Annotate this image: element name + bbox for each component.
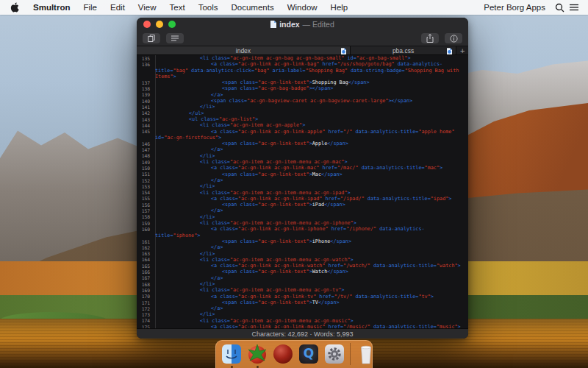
line-number[interactable]: 139 xyxy=(137,92,153,97)
code-line: </li> xyxy=(155,311,468,317)
apple-menu-icon[interactable] xyxy=(10,2,19,13)
code-line: </li> xyxy=(155,104,468,110)
line-number[interactable]: 140 xyxy=(137,99,153,104)
line-list-button[interactable] xyxy=(166,33,184,43)
system-preferences-icon[interactable] xyxy=(324,344,345,364)
line-number[interactable]: 153 xyxy=(137,184,153,189)
window-title-edited: — Edited xyxy=(303,20,334,29)
line-number[interactable]: 168 xyxy=(137,282,153,287)
code-line: <li class="ac-gn-item ac-gn-item-menu ac… xyxy=(155,190,468,196)
line-number[interactable]: 141 xyxy=(137,105,153,110)
code-editor[interactable]: 135<li class="ac-gn-item ac-gn-bag ac-gn… xyxy=(137,55,468,328)
code-line: <a class="ac-gn-link ac-gn-link-apple" h… xyxy=(155,129,468,135)
code-row: Items"> xyxy=(137,74,468,79)
line-number[interactable]: 160 xyxy=(137,227,153,232)
line-number[interactable]: 162 xyxy=(137,245,153,250)
line-number[interactable]: 135 xyxy=(137,56,153,61)
menu-documents[interactable]: Documents xyxy=(225,3,281,12)
menu-extra-peter-borg-apps[interactable]: Peter Borg Apps xyxy=(479,3,550,12)
line-number[interactable]: 137 xyxy=(137,80,153,85)
code-row: 167</a> xyxy=(137,275,468,281)
line-number[interactable]: 173 xyxy=(137,312,153,317)
line-number[interactable]: 143 xyxy=(137,117,153,122)
new-tab-button[interactable]: + xyxy=(456,46,468,54)
smultron-icon[interactable] xyxy=(247,344,268,364)
line-number[interactable]: 156 xyxy=(137,202,153,208)
line-number[interactable]: 157 xyxy=(137,208,153,213)
line-number[interactable]: 151 xyxy=(137,171,153,177)
share-button[interactable] xyxy=(421,33,439,43)
tab-index-label: index xyxy=(236,47,251,54)
code-row: 175<a class="ac-gn-link ac-gn-link-music… xyxy=(137,324,468,328)
code-row: 157</a> xyxy=(137,208,468,213)
line-number[interactable]: 144 xyxy=(137,123,153,128)
window-title-text: index xyxy=(279,20,299,29)
search-icon[interactable] xyxy=(554,2,564,13)
code-line: <span class="ac-gn-link-text">Apple</spa… xyxy=(155,141,468,146)
trash-icon[interactable] xyxy=(356,344,376,364)
code-line: <a class="ac-gn-link ac-gn-link-watch" h… xyxy=(155,263,468,269)
line-number[interactable]: 165 xyxy=(137,263,153,269)
line-number[interactable]: 164 xyxy=(137,257,153,262)
line-number[interactable]: 146 xyxy=(137,141,153,146)
line-number[interactable]: 172 xyxy=(137,306,153,311)
menu-window[interactable]: Window xyxy=(281,3,324,12)
code-row: 141</li> xyxy=(137,104,468,110)
line-number[interactable]: 148 xyxy=(137,153,153,158)
line-number[interactable]: 174 xyxy=(137,318,153,323)
code-row: 152</a> xyxy=(137,177,468,183)
line-number[interactable]: 147 xyxy=(137,147,153,152)
line-number[interactable]: 159 xyxy=(137,221,153,226)
line-number[interactable]: 158 xyxy=(137,214,153,219)
code-line: <a class="ac-gn-link ac-gn-link-music" h… xyxy=(155,324,468,328)
menu-edit[interactable]: Edit xyxy=(104,3,132,12)
code-row: 165<a class="ac-gn-link ac-gn-link-watch… xyxy=(137,263,468,269)
code-line: </a> xyxy=(155,244,468,250)
line-number[interactable]: 155 xyxy=(137,196,153,201)
line-number[interactable]: 169 xyxy=(137,288,153,293)
red-sphere-app-icon[interactable] xyxy=(273,344,293,364)
info-button[interactable] xyxy=(445,33,462,43)
line-number[interactable]: 154 xyxy=(137,190,153,195)
code-row: 139</a> xyxy=(137,92,468,98)
quicktime-icon[interactable]: Q xyxy=(298,344,319,364)
notification-list-icon[interactable] xyxy=(569,2,579,13)
tab-index[interactable]: index xyxy=(137,46,351,54)
code-row: 153</li> xyxy=(137,183,468,189)
code-row: 143<ul class="ac-gn-list"> xyxy=(137,116,468,122)
line-number[interactable]: 149 xyxy=(137,160,153,165)
menu-view[interactable]: View xyxy=(132,3,163,12)
title-bar[interactable]: index — Edited xyxy=(137,18,468,31)
dock: Q xyxy=(215,340,373,368)
tab-pba-css[interactable]: pba.css xyxy=(351,46,456,54)
menu-tools[interactable]: Tools xyxy=(192,3,225,12)
line-number[interactable]: 161 xyxy=(137,239,153,244)
line-number[interactable]: 136 xyxy=(137,62,153,67)
menu-help[interactable]: Help xyxy=(324,3,355,12)
line-number[interactable]: 170 xyxy=(137,294,153,299)
finder-icon[interactable] xyxy=(221,344,242,364)
line-number[interactable]: 163 xyxy=(137,251,153,256)
line-number[interactable]: 138 xyxy=(137,86,153,91)
code-line: </li> xyxy=(155,153,468,159)
line-number[interactable]: 171 xyxy=(137,300,153,305)
code-line: <li class="ac-gn-item ac-gn-item-menu ac… xyxy=(155,159,468,165)
tab-bar: index pba.css + xyxy=(137,46,468,55)
code-row: 173</li> xyxy=(137,311,468,317)
line-number[interactable]: 145 xyxy=(137,129,153,134)
code-line: </a> xyxy=(155,208,468,213)
line-number[interactable]: 142 xyxy=(137,110,153,116)
line-number[interactable]: 175 xyxy=(137,325,153,328)
line-number[interactable]: 166 xyxy=(137,269,153,275)
line-number[interactable]: 152 xyxy=(137,178,153,183)
menu-smultron[interactable]: Smultron xyxy=(26,3,76,12)
code-row: 159<li class="ac-gn-item ac-gn-item-menu… xyxy=(137,220,468,226)
code-row: 145<a class="ac-gn-link ac-gn-link-apple… xyxy=(137,129,468,135)
code-line: <span class="ac-gn-bag-badge"></span> xyxy=(155,85,468,91)
documents-sidebar-button[interactable] xyxy=(143,33,160,43)
menu-text[interactable]: Text xyxy=(163,3,192,12)
menu-file[interactable]: File xyxy=(76,3,104,12)
menu-bar-right: Peter Borg Apps xyxy=(479,2,588,13)
line-number[interactable]: 167 xyxy=(137,275,153,280)
line-number[interactable]: 150 xyxy=(137,166,153,171)
